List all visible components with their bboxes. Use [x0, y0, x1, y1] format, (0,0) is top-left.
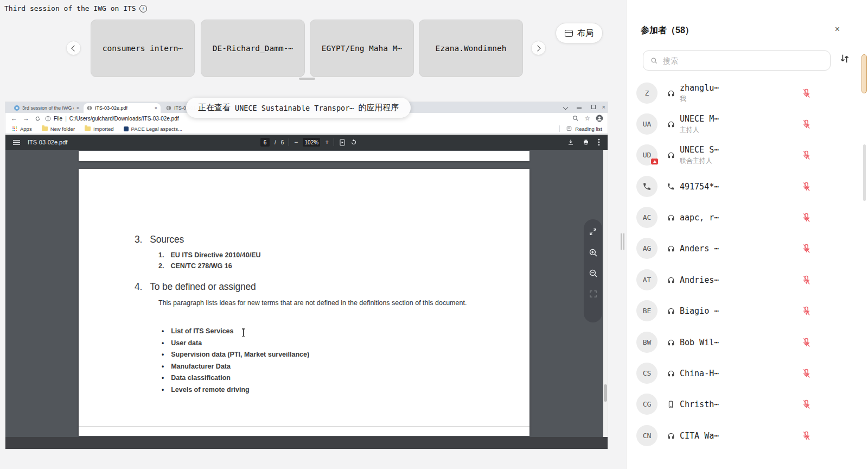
forward-icon[interactable]: →: [23, 115, 29, 122]
zoom-page-icon[interactable]: [572, 115, 579, 122]
pdf-scrollbar-track[interactable]: [603, 150, 608, 437]
chevron-right-icon: [534, 45, 540, 51]
address-text[interactable]: File | C:/Users/guichard/Downloads/ITS-0…: [45, 116, 179, 122]
fit-page-icon[interactable]: [339, 139, 346, 146]
tab-its-03-02e[interactable]: ITS-03-02e.pdf ×: [84, 103, 161, 113]
bookmark-new-folder[interactable]: New folder: [42, 126, 75, 132]
participant-role: 主持人: [680, 125, 719, 135]
mic-muted-icon[interactable]: [802, 367, 811, 379]
carousel-next-button[interactable]: [531, 41, 546, 55]
zoom-out-button[interactable]: −: [294, 138, 298, 146]
participant-row[interactable]: 491754*⋯: [627, 171, 865, 202]
mic-muted-icon[interactable]: [802, 87, 811, 99]
mic-muted-icon[interactable]: [802, 305, 811, 316]
window-restore-icon[interactable]: [591, 105, 596, 109]
mic-muted-icon[interactable]: [802, 243, 811, 254]
bookmark-star-icon[interactable]: ☆: [584, 115, 590, 122]
participant-row[interactable]: UD UNECE S⋯联合主持人: [627, 140, 865, 170]
layout-button[interactable]: 布局: [556, 23, 603, 43]
panel-resize-handle[interactable]: [621, 233, 625, 250]
rotate-icon[interactable]: [350, 139, 357, 145]
mic-muted-icon[interactable]: [802, 398, 811, 410]
download-icon[interactable]: [567, 139, 574, 145]
mic-muted-icon[interactable]: [802, 149, 811, 161]
mic-muted-icon[interactable]: [802, 430, 811, 441]
avatar: AG: [636, 238, 658, 259]
participant-row[interactable]: BE Biagio ⋯: [627, 295, 865, 326]
tab-close-icon[interactable]: ×: [76, 105, 79, 111]
participant-row[interactable]: CS China-H⋯: [627, 358, 865, 389]
zoom-in-icon[interactable]: [588, 248, 598, 257]
video-tile-name: DE-Richard_Damm-⋯: [213, 44, 293, 53]
bookmark-pace[interactable]: PACE Legal aspects...: [124, 126, 182, 132]
avatar: CG: [636, 394, 658, 415]
print-icon[interactable]: [583, 139, 589, 145]
bookmark-imported[interactable]: Imported: [85, 126, 114, 132]
pdf-scrollbar-thumb[interactable]: [604, 384, 607, 402]
panel-close-icon[interactable]: ×: [835, 25, 840, 34]
mic-muted-icon[interactable]: [802, 274, 811, 286]
participant-row[interactable]: CG Christh⋯: [627, 389, 865, 420]
participant-row[interactable]: CN CITA Wa⋯: [627, 420, 865, 451]
video-tile[interactable]: Ezana.Wondimneh: [419, 20, 523, 77]
video-tile[interactable]: DE-Richard_Damm-⋯: [201, 20, 305, 77]
reading-list-button[interactable]: Reading list: [559, 125, 602, 132]
profile-avatar-icon[interactable]: [596, 115, 603, 122]
meeting-title-bar: Third session of the IWG on ITS i: [4, 4, 147, 12]
back-icon[interactable]: ←: [11, 115, 17, 122]
bookmark-label: New folder: [50, 126, 75, 132]
participant-row[interactable]: AG Anders ⋯: [627, 233, 865, 264]
avatar: UA: [636, 113, 658, 135]
participant-row[interactable]: AT Andries⋯: [627, 264, 865, 295]
participant-row[interactable]: AC aapc, r⋯: [627, 202, 865, 233]
pdf-filename: ITS-03-02e.pdf: [28, 139, 67, 145]
participant-name: zhanglu⋯: [680, 83, 719, 93]
video-tile[interactable]: consumers intern⋯: [91, 20, 195, 77]
participant-search[interactable]: [643, 50, 831, 71]
zoom-out-icon[interactable]: [588, 268, 598, 278]
mic-muted-icon[interactable]: [802, 118, 811, 130]
bullet-item: Manufacturer Data: [171, 361, 231, 373]
search-icon: [650, 57, 658, 65]
reload-icon[interactable]: [35, 116, 41, 122]
mic-muted-icon[interactable]: [802, 181, 811, 192]
paragraph: This paragraph lists ideas for new terms…: [158, 297, 478, 308]
participant-name: Christh⋯: [680, 400, 719, 409]
text-cursor-icon: [241, 328, 245, 337]
mic-muted-icon[interactable]: [802, 337, 811, 348]
participant-row[interactable]: BW Bob Wil⋯: [627, 327, 865, 358]
pdf-menu-icon[interactable]: [13, 140, 20, 145]
list-number: 2.: [158, 262, 164, 270]
tab-title: 3rd session of the IWG on ITS - T: [22, 105, 74, 111]
info-icon[interactable]: i: [139, 5, 147, 12]
participant-name: Biagio ⋯: [680, 306, 719, 316]
mic-muted-icon[interactable]: [802, 212, 811, 223]
page-info-icon[interactable]: [45, 116, 51, 122]
window-close-icon[interactable]: ×: [602, 104, 605, 110]
more-options-icon[interactable]: [598, 138, 600, 146]
video-strip-drag-handle[interactable]: [299, 78, 315, 80]
page-separator: /: [275, 140, 276, 145]
tab-iwg-session[interactable]: 3rd session of the IWG on ITS - T ×: [11, 103, 82, 113]
fullscreen-icon[interactable]: [588, 289, 598, 299]
list-number: 1.: [158, 251, 164, 259]
sort-participants-icon[interactable]: [840, 53, 850, 64]
participant-row[interactable]: Z zhanglu⋯我: [627, 78, 865, 109]
shared-browser-window: 3rd session of the IWG on ITS - T × ITS-…: [5, 102, 608, 449]
video-tile[interactable]: EGYPT/Eng Maha M⋯: [310, 20, 414, 77]
zoom-in-button[interactable]: +: [325, 138, 329, 146]
list-item: EU ITS Directive 2010/40/EU: [170, 251, 260, 259]
window-chevron-icon[interactable]: [563, 105, 569, 110]
expand-view-icon[interactable]: [588, 227, 598, 237]
pdf-page-input[interactable]: 6: [260, 138, 270, 147]
folder-icon: [85, 126, 91, 131]
search-input[interactable]: [663, 56, 809, 65]
window-minimize-icon[interactable]: [577, 107, 582, 109]
carousel-prev-button[interactable]: [66, 41, 81, 55]
participant-name: CITA Wa⋯: [680, 431, 719, 441]
bookmark-apps[interactable]: Apps: [12, 126, 32, 132]
divider: [559, 125, 560, 132]
participant-row[interactable]: UA UNECE M⋯主持人: [627, 109, 865, 140]
tab-close-icon[interactable]: ×: [155, 105, 157, 111]
video-tile-name: EGYPT/Eng Maha M⋯: [322, 44, 402, 53]
